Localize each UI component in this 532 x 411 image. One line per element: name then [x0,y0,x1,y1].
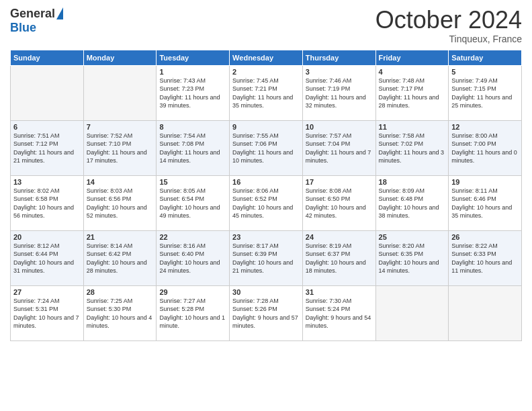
day-cell: 31Sunrise: 7:30 AMSunset: 5:24 PMDayligh… [302,285,375,340]
day-number: 8 [159,123,226,131]
day-info: Sunrise: 8:02 AMSunset: 6:58 PMDaylight:… [13,187,81,220]
day-number: 14 [87,178,154,186]
day-number: 15 [159,178,226,186]
header-cell-monday: Monday [83,50,157,65]
day-number: 1 [159,68,226,76]
day-cell: 12Sunrise: 8:00 AMSunset: 7:00 PMDayligh… [449,120,522,175]
week-row-4: 20Sunrise: 8:12 AMSunset: 6:44 PMDayligh… [11,230,522,285]
day-number: 12 [451,123,519,131]
day-info: Sunrise: 7:57 AMSunset: 7:04 PMDaylight:… [306,132,373,165]
day-info: Sunrise: 8:14 AMSunset: 6:42 PMDaylight:… [87,242,154,275]
day-cell: 13Sunrise: 8:02 AMSunset: 6:58 PMDayligh… [11,175,84,230]
day-info: Sunrise: 7:24 AMSunset: 5:31 PMDaylight:… [13,297,81,330]
day-cell: 3Sunrise: 7:46 AMSunset: 7:19 PMDaylight… [302,65,375,120]
day-info: Sunrise: 7:45 AMSunset: 7:21 PMDaylight:… [232,77,300,110]
day-cell: 7Sunrise: 7:52 AMSunset: 7:10 PMDaylight… [83,120,157,175]
day-number: 9 [232,123,300,131]
day-info: Sunrise: 8:03 AMSunset: 6:56 PMDaylight:… [87,187,154,220]
title-section: October 2024 Tinqueux, France [375,7,522,44]
header: General Blue October 2024 Tinqueux, Fran… [10,7,522,44]
day-cell: 10Sunrise: 7:57 AMSunset: 7:04 PMDayligh… [302,120,375,175]
day-number: 5 [451,68,519,76]
month-title: October 2024 [375,7,522,34]
day-number: 22 [159,233,226,241]
location: Tinqueux, France [375,34,522,44]
day-cell: 21Sunrise: 8:14 AMSunset: 6:42 PMDayligh… [83,230,157,285]
day-info: Sunrise: 8:12 AMSunset: 6:44 PMDaylight:… [13,242,81,275]
day-info: Sunrise: 7:30 AMSunset: 5:24 PMDaylight:… [306,297,373,330]
day-info: Sunrise: 8:17 AMSunset: 6:39 PMDaylight:… [232,242,300,275]
day-number: 24 [306,233,373,241]
day-cell [83,65,157,120]
day-info: Sunrise: 8:16 AMSunset: 6:40 PMDaylight:… [159,242,226,275]
logo-triangle-icon [56,7,63,19]
week-row-3: 13Sunrise: 8:02 AMSunset: 6:58 PMDayligh… [11,175,522,230]
day-cell: 18Sunrise: 8:09 AMSunset: 6:48 PMDayligh… [375,175,449,230]
day-info: Sunrise: 7:58 AMSunset: 7:02 PMDaylight:… [379,132,446,165]
day-info: Sunrise: 7:48 AMSunset: 7:17 PMDaylight:… [379,77,446,110]
day-number: 27 [13,288,81,296]
day-number: 16 [232,178,300,186]
day-info: Sunrise: 7:25 AMSunset: 5:30 PMDaylight:… [87,297,154,330]
day-cell: 15Sunrise: 8:05 AMSunset: 6:54 PMDayligh… [157,175,230,230]
day-cell: 22Sunrise: 8:16 AMSunset: 6:40 PMDayligh… [157,230,230,285]
header-row: SundayMondayTuesdayWednesdayThursdayFrid… [11,50,522,65]
day-cell: 11Sunrise: 7:58 AMSunset: 7:02 PMDayligh… [375,120,449,175]
day-info: Sunrise: 7:54 AMSunset: 7:08 PMDaylight:… [159,132,226,165]
day-number: 20 [13,233,81,241]
day-info: Sunrise: 8:22 AMSunset: 6:33 PMDaylight:… [451,242,519,275]
day-info: Sunrise: 8:11 AMSunset: 6:46 PMDaylight:… [451,187,519,220]
day-number: 11 [379,123,446,131]
day-info: Sunrise: 7:27 AMSunset: 5:28 PMDaylight:… [159,297,226,330]
day-cell [449,285,522,340]
day-cell: 4Sunrise: 7:48 AMSunset: 7:17 PMDaylight… [375,65,449,120]
day-cell: 29Sunrise: 7:27 AMSunset: 5:28 PMDayligh… [157,285,230,340]
day-cell [375,285,449,340]
day-cell: 30Sunrise: 7:28 AMSunset: 5:26 PMDayligh… [230,285,303,340]
day-cell: 25Sunrise: 8:20 AMSunset: 6:35 PMDayligh… [375,230,449,285]
logo-general: General [10,7,55,21]
week-row-2: 6Sunrise: 7:51 AMSunset: 7:12 PMDaylight… [11,120,522,175]
day-cell: 24Sunrise: 8:19 AMSunset: 6:37 PMDayligh… [302,230,375,285]
week-row-1: 1Sunrise: 7:43 AMSunset: 7:23 PMDaylight… [11,65,522,120]
day-number: 17 [306,178,373,186]
header-cell-wednesday: Wednesday [230,50,303,65]
day-cell: 14Sunrise: 8:03 AMSunset: 6:56 PMDayligh… [83,175,157,230]
day-info: Sunrise: 7:52 AMSunset: 7:10 PMDaylight:… [87,132,154,165]
day-cell: 1Sunrise: 7:43 AMSunset: 7:23 PMDaylight… [157,65,230,120]
day-number: 10 [306,123,373,131]
day-info: Sunrise: 8:20 AMSunset: 6:35 PMDaylight:… [379,242,446,275]
day-cell: 2Sunrise: 7:45 AMSunset: 7:21 PMDaylight… [230,65,303,120]
day-number: 23 [232,233,300,241]
day-number: 28 [87,288,154,296]
day-cell: 26Sunrise: 8:22 AMSunset: 6:33 PMDayligh… [449,230,522,285]
header-cell-sunday: Sunday [11,50,84,65]
day-info: Sunrise: 7:55 AMSunset: 7:06 PMDaylight:… [232,132,300,165]
day-cell: 20Sunrise: 8:12 AMSunset: 6:44 PMDayligh… [11,230,84,285]
header-cell-saturday: Saturday [449,50,522,65]
day-number: 13 [13,178,81,186]
calendar-table: SundayMondayTuesdayWednesdayThursdayFrid… [10,50,522,341]
day-number: 19 [451,178,519,186]
header-cell-tuesday: Tuesday [157,50,230,65]
day-info: Sunrise: 7:46 AMSunset: 7:19 PMDaylight:… [306,77,373,110]
page-container: General Blue October 2024 Tinqueux, Fran… [0,0,532,348]
day-number: 3 [306,68,373,76]
day-info: Sunrise: 8:00 AMSunset: 7:00 PMDaylight:… [451,132,519,165]
logo: General Blue [10,7,63,35]
day-cell: 28Sunrise: 7:25 AMSunset: 5:30 PMDayligh… [83,285,157,340]
day-number: 2 [232,68,300,76]
day-number: 18 [379,178,446,186]
day-info: Sunrise: 8:19 AMSunset: 6:37 PMDaylight:… [306,242,373,275]
day-number: 6 [13,123,81,131]
day-cell: 6Sunrise: 7:51 AMSunset: 7:12 PMDaylight… [11,120,84,175]
day-number: 21 [87,233,154,241]
day-cell: 27Sunrise: 7:24 AMSunset: 5:31 PMDayligh… [11,285,84,340]
day-number: 31 [306,288,373,296]
day-number: 29 [159,288,226,296]
day-cell: 9Sunrise: 7:55 AMSunset: 7:06 PMDaylight… [230,120,303,175]
day-cell: 23Sunrise: 8:17 AMSunset: 6:39 PMDayligh… [230,230,303,285]
day-cell: 5Sunrise: 7:49 AMSunset: 7:15 PMDaylight… [449,65,522,120]
day-number: 26 [451,233,519,241]
header-cell-friday: Friday [375,50,449,65]
